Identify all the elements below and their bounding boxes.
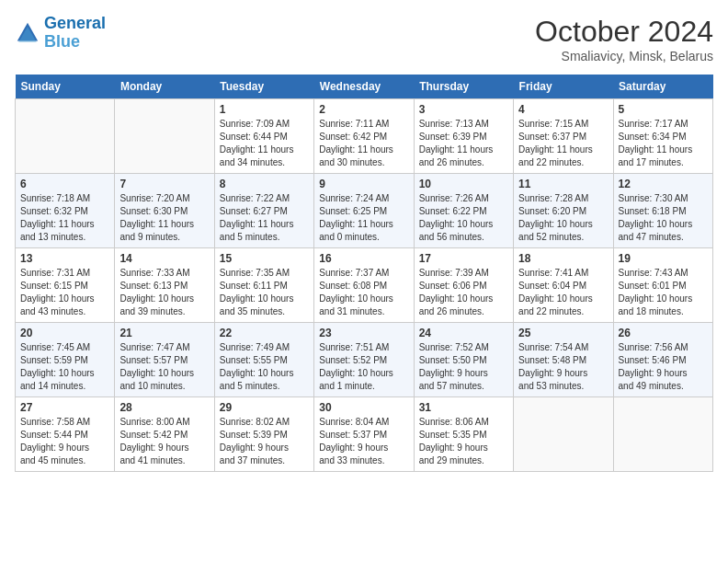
- day-number: 21: [119, 327, 209, 339]
- day-number: 6: [20, 178, 109, 190]
- day-number: 8: [220, 178, 309, 190]
- calendar-table: SundayMondayTuesdayWednesdayThursdayFrid…: [15, 75, 713, 472]
- day-info: Sunrise: 7:51 AM Sunset: 5:52 PM Dayligh…: [319, 341, 408, 393]
- day-number: 7: [119, 178, 209, 190]
- day-info: Sunrise: 7:22 AM Sunset: 6:27 PM Dayligh…: [220, 192, 309, 244]
- calendar-cell: 21Sunrise: 7:47 AM Sunset: 5:57 PM Dayli…: [115, 323, 214, 397]
- day-number: 20: [20, 327, 109, 339]
- location-subtitle: Smaliavicy, Minsk, Belarus: [535, 49, 713, 63]
- day-info: Sunrise: 7:31 AM Sunset: 6:15 PM Dayligh…: [20, 267, 109, 318]
- day-number: 4: [518, 103, 608, 116]
- page-header: GeneralBlue October 2024 Smaliavicy, Min…: [15, 15, 713, 63]
- week-row-5: 27Sunrise: 7:58 AM Sunset: 5:44 PM Dayli…: [16, 397, 713, 472]
- calendar-cell: 8Sunrise: 7:22 AM Sunset: 6:27 PM Daylig…: [214, 174, 313, 248]
- day-number: 29: [220, 401, 309, 414]
- day-info: Sunrise: 7:39 AM Sunset: 6:06 PM Dayligh…: [419, 267, 508, 318]
- calendar-cell: [16, 99, 115, 174]
- weekday-header-friday: Friday: [514, 75, 613, 99]
- calendar-cell: 4Sunrise: 7:15 AM Sunset: 6:37 PM Daylig…: [514, 99, 613, 174]
- day-number: 9: [319, 178, 408, 190]
- day-number: 23: [319, 327, 408, 339]
- calendar-cell: 25Sunrise: 7:54 AM Sunset: 5:48 PM Dayli…: [514, 323, 613, 397]
- day-info: Sunrise: 7:54 AM Sunset: 5:48 PM Dayligh…: [518, 341, 608, 393]
- day-info: Sunrise: 7:33 AM Sunset: 6:13 PM Dayligh…: [119, 267, 209, 318]
- day-number: 27: [20, 401, 109, 414]
- day-number: 5: [619, 103, 708, 116]
- weekday-header-sunday: Sunday: [16, 75, 115, 99]
- logo-text: GeneralBlue: [44, 15, 106, 52]
- day-info: Sunrise: 7:28 AM Sunset: 6:20 PM Dayligh…: [518, 192, 608, 244]
- day-info: Sunrise: 7:43 AM Sunset: 6:01 PM Dayligh…: [619, 267, 708, 318]
- weekday-header-wednesday: Wednesday: [314, 75, 414, 99]
- day-number: 15: [220, 252, 309, 265]
- calendar-cell: 27Sunrise: 7:58 AM Sunset: 5:44 PM Dayli…: [16, 397, 115, 472]
- weekday-header-row: SundayMondayTuesdayWednesdayThursdayFrid…: [16, 75, 713, 99]
- day-number: 1: [220, 103, 309, 116]
- calendar-cell: 12Sunrise: 7:30 AM Sunset: 6:18 PM Dayli…: [613, 174, 712, 248]
- day-number: 3: [419, 103, 508, 116]
- weekday-header-thursday: Thursday: [414, 75, 513, 99]
- month-title: October 2024: [535, 15, 713, 49]
- calendar-cell: 19Sunrise: 7:43 AM Sunset: 6:01 PM Dayli…: [613, 248, 712, 323]
- calendar-cell: 23Sunrise: 7:51 AM Sunset: 5:52 PM Dayli…: [314, 323, 414, 397]
- title-block: October 2024 Smaliavicy, Minsk, Belarus: [535, 15, 713, 63]
- day-number: 22: [220, 327, 309, 339]
- day-info: Sunrise: 8:04 AM Sunset: 5:37 PM Dayligh…: [319, 416, 408, 467]
- day-number: 13: [20, 252, 109, 265]
- calendar-cell: [514, 397, 613, 472]
- calendar-cell: 15Sunrise: 7:35 AM Sunset: 6:11 PM Dayli…: [214, 248, 313, 323]
- week-row-3: 13Sunrise: 7:31 AM Sunset: 6:15 PM Dayli…: [16, 248, 713, 323]
- day-info: Sunrise: 7:20 AM Sunset: 6:30 PM Dayligh…: [119, 192, 209, 244]
- calendar-cell: 16Sunrise: 7:37 AM Sunset: 6:08 PM Dayli…: [314, 248, 414, 323]
- day-info: Sunrise: 7:24 AM Sunset: 6:25 PM Dayligh…: [319, 192, 408, 244]
- week-row-1: 1Sunrise: 7:09 AM Sunset: 6:44 PM Daylig…: [16, 99, 713, 174]
- day-number: 10: [419, 178, 508, 190]
- day-info: Sunrise: 7:18 AM Sunset: 6:32 PM Dayligh…: [20, 192, 109, 244]
- day-number: 12: [619, 178, 708, 190]
- day-number: 30: [319, 401, 408, 414]
- day-number: 14: [119, 252, 209, 265]
- day-info: Sunrise: 7:30 AM Sunset: 6:18 PM Dayligh…: [619, 192, 708, 244]
- calendar-cell: 7Sunrise: 7:20 AM Sunset: 6:30 PM Daylig…: [115, 174, 214, 248]
- calendar-cell: 6Sunrise: 7:18 AM Sunset: 6:32 PM Daylig…: [16, 174, 115, 248]
- day-number: 24: [419, 327, 508, 339]
- calendar-cell: 2Sunrise: 7:11 AM Sunset: 6:42 PM Daylig…: [314, 99, 414, 174]
- day-number: 18: [518, 252, 608, 265]
- calendar-cell: 20Sunrise: 7:45 AM Sunset: 5:59 PM Dayli…: [16, 323, 115, 397]
- day-number: 2: [319, 103, 408, 116]
- calendar-cell: 1Sunrise: 7:09 AM Sunset: 6:44 PM Daylig…: [214, 99, 313, 174]
- calendar-cell: 11Sunrise: 7:28 AM Sunset: 6:20 PM Dayli…: [514, 174, 613, 248]
- logo: GeneralBlue: [15, 15, 106, 52]
- calendar-cell: 14Sunrise: 7:33 AM Sunset: 6:13 PM Dayli…: [115, 248, 214, 323]
- day-info: Sunrise: 8:06 AM Sunset: 5:35 PM Dayligh…: [419, 416, 508, 467]
- calendar-cell: 5Sunrise: 7:17 AM Sunset: 6:34 PM Daylig…: [613, 99, 712, 174]
- day-info: Sunrise: 7:41 AM Sunset: 6:04 PM Dayligh…: [518, 267, 608, 318]
- day-info: Sunrise: 7:17 AM Sunset: 6:34 PM Dayligh…: [619, 118, 708, 169]
- day-info: Sunrise: 8:02 AM Sunset: 5:39 PM Dayligh…: [220, 416, 309, 467]
- calendar-cell: 26Sunrise: 7:56 AM Sunset: 5:46 PM Dayli…: [613, 323, 712, 397]
- calendar-cell: 22Sunrise: 7:49 AM Sunset: 5:55 PM Dayli…: [214, 323, 313, 397]
- calendar-cell: 17Sunrise: 7:39 AM Sunset: 6:06 PM Dayli…: [414, 248, 513, 323]
- calendar-cell: 24Sunrise: 7:52 AM Sunset: 5:50 PM Dayli…: [414, 323, 513, 397]
- day-number: 28: [119, 401, 209, 414]
- calendar-cell: 3Sunrise: 7:13 AM Sunset: 6:39 PM Daylig…: [414, 99, 513, 174]
- day-info: Sunrise: 7:09 AM Sunset: 6:44 PM Dayligh…: [220, 118, 309, 169]
- day-info: Sunrise: 7:52 AM Sunset: 5:50 PM Dayligh…: [419, 341, 508, 393]
- weekday-header-saturday: Saturday: [613, 75, 712, 99]
- calendar-cell: 28Sunrise: 8:00 AM Sunset: 5:42 PM Dayli…: [115, 397, 214, 472]
- day-number: 19: [619, 252, 708, 265]
- calendar-cell: 13Sunrise: 7:31 AM Sunset: 6:15 PM Dayli…: [16, 248, 115, 323]
- weekday-header-monday: Monday: [115, 75, 214, 99]
- day-info: Sunrise: 7:45 AM Sunset: 5:59 PM Dayligh…: [20, 341, 109, 393]
- day-number: 25: [518, 327, 608, 339]
- day-number: 16: [319, 252, 408, 265]
- day-info: Sunrise: 7:49 AM Sunset: 5:55 PM Dayligh…: [220, 341, 309, 393]
- day-info: Sunrise: 7:13 AM Sunset: 6:39 PM Dayligh…: [419, 118, 508, 169]
- day-info: Sunrise: 7:56 AM Sunset: 5:46 PM Dayligh…: [619, 341, 708, 393]
- week-row-2: 6Sunrise: 7:18 AM Sunset: 6:32 PM Daylig…: [16, 174, 713, 248]
- week-row-4: 20Sunrise: 7:45 AM Sunset: 5:59 PM Dayli…: [16, 323, 713, 397]
- calendar-cell: 30Sunrise: 8:04 AM Sunset: 5:37 PM Dayli…: [314, 397, 414, 472]
- day-info: Sunrise: 8:00 AM Sunset: 5:42 PM Dayligh…: [119, 416, 209, 467]
- calendar-cell: [115, 99, 214, 174]
- day-info: Sunrise: 7:15 AM Sunset: 6:37 PM Dayligh…: [518, 118, 608, 169]
